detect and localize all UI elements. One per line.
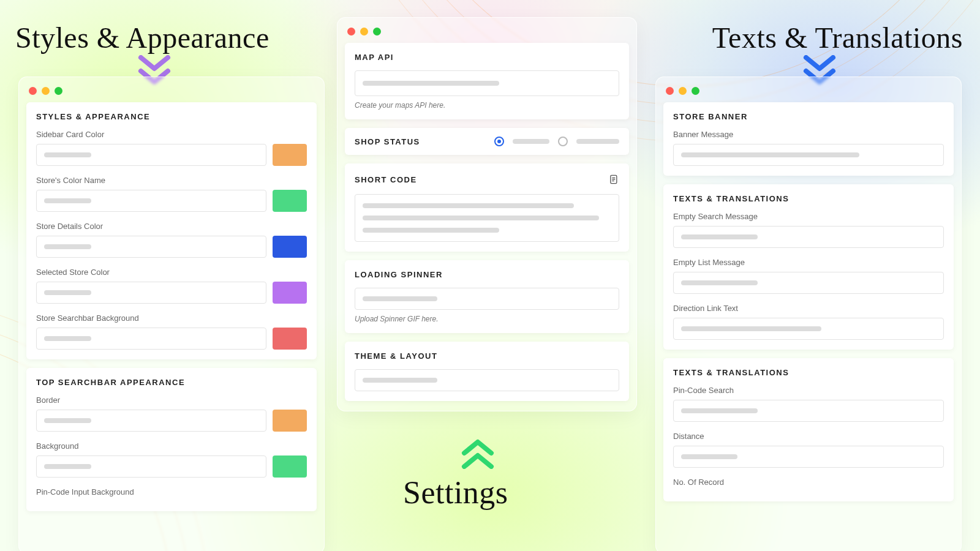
radio-label [576, 139, 619, 144]
field-label: Direction Link Text [673, 304, 944, 313]
card-header: SHORT CODE [355, 175, 417, 184]
card-header: LOADING SPINNER [355, 270, 619, 279]
color-swatch[interactable] [273, 282, 307, 304]
color-swatch[interactable] [273, 190, 307, 212]
window-styles-appearance: STYLES & APPEARANCE Sidebar Card Color S… [18, 77, 325, 551]
chevron-up-icon [459, 435, 496, 469]
radio-option[interactable] [494, 137, 504, 146]
field-label: Pin-Code Search [673, 386, 944, 395]
text-input[interactable] [673, 446, 944, 468]
text-input[interactable] [673, 144, 944, 166]
text-input[interactable] [673, 318, 944, 340]
window-titlebar [345, 25, 629, 43]
color-swatch[interactable] [273, 410, 307, 432]
minimize-icon[interactable] [42, 87, 50, 95]
close-icon[interactable] [29, 87, 37, 95]
color-swatch[interactable] [273, 328, 307, 350]
maximize-icon[interactable] [373, 28, 381, 36]
theme-input[interactable] [355, 369, 619, 391]
shortcode-field[interactable] [355, 194, 619, 242]
field-label: Banner Message [673, 130, 944, 139]
card-header: THEME & LAYOUT [355, 351, 619, 361]
page-title-settings: Settings [403, 474, 508, 511]
spinner-input[interactable] [355, 288, 619, 310]
color-swatch[interactable] [273, 144, 307, 166]
card-header: STYLES & APPEARANCE [36, 112, 307, 121]
card-header: MAP API [355, 53, 619, 62]
window-titlebar [26, 84, 317, 102]
card-header: SHOP STATUS [355, 137, 420, 146]
field-label: Empty List Message [673, 258, 944, 267]
text-input[interactable] [673, 400, 944, 422]
maximize-icon[interactable] [55, 87, 62, 95]
card-short-code: SHORT CODE [345, 163, 629, 252]
color-input[interactable] [36, 282, 266, 304]
field-label: Sidebar Card Color [36, 130, 307, 139]
card-shop-status: SHOP STATUS [345, 128, 629, 155]
field-label: Selected Store Color [36, 268, 307, 277]
card-top-searchbar: TOP SEARCHBAR APPEARANCE Border Backgrou… [26, 368, 317, 511]
text-input[interactable] [673, 226, 944, 248]
card-styles-appearance: STYLES & APPEARANCE Sidebar Card Color S… [26, 102, 317, 359]
card-store-banner: STORE BANNER Banner Message [663, 102, 954, 176]
card-loading-spinner: LOADING SPINNER Upload Spinner GIF here. [345, 260, 629, 333]
color-input[interactable] [36, 410, 266, 432]
text-input[interactable] [673, 272, 944, 294]
card-header: TEXTS & TRANSLATIONS [673, 368, 944, 377]
window-titlebar [663, 84, 954, 102]
field-label: Store Searchbar Background [36, 313, 307, 323]
window-texts-translations: STORE BANNER Banner Message TEXTS & TRAN… [655, 77, 962, 551]
field-label: Store Details Color [36, 222, 307, 231]
card-theme-layout: THEME & LAYOUT [345, 342, 629, 401]
color-swatch[interactable] [273, 236, 307, 258]
card-texts-translations-2: TEXTS & TRANSLATIONS Pin-Code Search Dis… [663, 358, 954, 501]
radio-option[interactable] [558, 137, 568, 146]
card-map-api: MAP API Create your maps API here. [345, 43, 629, 119]
maximize-icon[interactable] [692, 87, 699, 95]
radio-label [513, 139, 549, 144]
color-input[interactable] [36, 328, 266, 350]
color-swatch[interactable] [273, 455, 307, 478]
field-label: Store's Color Name [36, 176, 307, 185]
page-title-styles: Styles & Appearance [15, 21, 270, 54]
field-label: Pin-Code Input Background [36, 487, 307, 497]
color-input[interactable] [36, 236, 266, 258]
minimize-icon[interactable] [679, 87, 687, 95]
field-label: No. Of Record [673, 478, 944, 487]
card-header: TOP SEARCHBAR APPEARANCE [36, 378, 307, 387]
hint-text: Create your maps API here. [355, 101, 619, 110]
card-header: STORE BANNER [673, 112, 944, 121]
close-icon[interactable] [666, 87, 674, 95]
minimize-icon[interactable] [360, 28, 368, 36]
card-header: TEXTS & TRANSLATIONS [673, 194, 944, 203]
window-settings: MAP API Create your maps API here. SHOP … [337, 17, 637, 411]
hint-text: Upload Spinner GIF here. [355, 315, 619, 323]
map-api-input[interactable] [355, 70, 619, 96]
field-label: Empty Search Message [673, 212, 944, 221]
field-label: Border [36, 395, 307, 405]
close-icon[interactable] [347, 28, 355, 36]
color-input[interactable] [36, 144, 266, 166]
card-texts-translations-1: TEXTS & TRANSLATIONS Empty Search Messag… [663, 184, 954, 350]
field-label: Distance [673, 432, 944, 441]
page-title-texts: Texts & Translations [712, 21, 963, 54]
color-input[interactable] [36, 190, 266, 212]
copy-icon[interactable] [607, 173, 619, 186]
field-label: Background [36, 441, 307, 451]
color-input[interactable] [36, 455, 266, 478]
